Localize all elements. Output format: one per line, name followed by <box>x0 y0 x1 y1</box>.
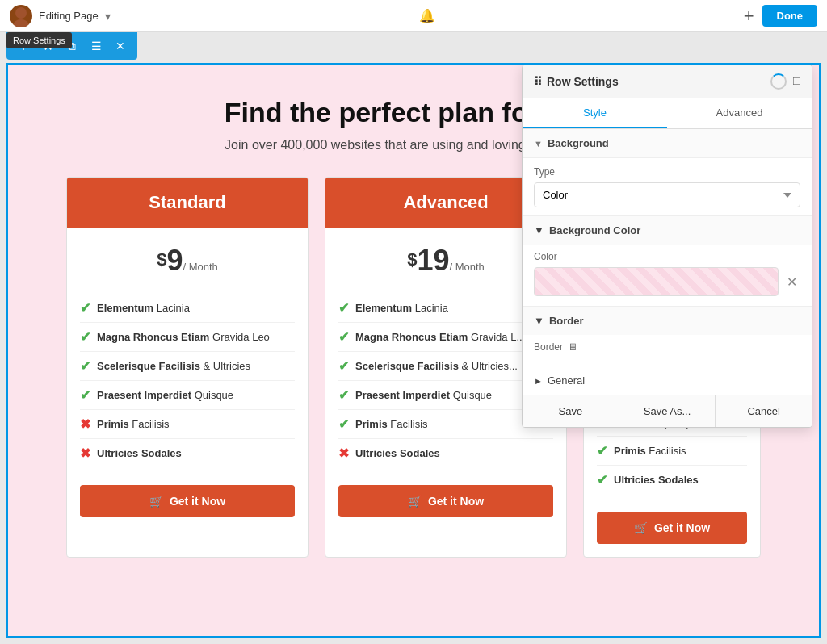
card-header-standard: Standard <box>67 178 308 228</box>
feature-text: Elementum Lacinia <box>97 302 190 314</box>
row-settings-panel: ⠿ Row Settings □ Style Advanced ▼ Backgr… <box>522 65 812 428</box>
type-field-group: Type Color Gradient Image Video <box>523 158 812 216</box>
border-field: Border 🖥 <box>523 335 812 366</box>
caret-right-icon: ► <box>534 376 543 386</box>
list-item: ✔Magna Rhoncus Etiam Gravida Leo <box>80 323 295 352</box>
list-item: ✔Primis Facilisis <box>597 437 747 466</box>
currency-advanced: $ <box>407 249 417 270</box>
get-it-now-premium[interactable]: 🛒 Get it Now <box>597 512 747 544</box>
save-as-button[interactable]: Save As... <box>619 395 716 427</box>
panel-header: ⠿ Row Settings □ <box>523 65 812 98</box>
type-select[interactable]: Color Gradient Image Video <box>534 182 800 207</box>
check-icon: ✔ <box>338 358 349 374</box>
get-it-now-advanced[interactable]: 🛒 Get it Now <box>338 485 553 517</box>
feature-text: Ultricies Sodales <box>355 447 440 459</box>
bg-color-header[interactable]: ▼ Background Color <box>523 216 812 245</box>
period-advanced: / Month <box>449 261 484 273</box>
chevron-down-icon[interactable]: ▾ <box>105 10 111 23</box>
caret-down-icon: ▼ <box>534 315 544 327</box>
color-swatch[interactable] <box>534 267 779 296</box>
get-it-now-standard[interactable]: 🛒 Get it Now <box>80 485 295 517</box>
list-item: ✖Ultricies Sodales <box>80 439 295 467</box>
check-icon: ✔ <box>597 472 607 487</box>
amount-standard: 9 <box>166 244 183 277</box>
menu-icon[interactable]: ☰ <box>86 36 107 56</box>
check-icon: ✔ <box>80 387 90 403</box>
tab-advanced[interactable]: Advanced <box>667 98 812 128</box>
type-label: Type <box>534 166 800 178</box>
feature-text: Praesent Imperdiet Quisque <box>97 389 233 401</box>
feature-text: Scelerisque Facilisis & Ultricies... <box>355 360 518 372</box>
list-item: ✔Scelerisque Facilisis & Ultricies <box>80 352 295 381</box>
list-item: ✔Elementum Lacinia <box>80 294 295 323</box>
device-icon: 🖥 <box>568 341 577 353</box>
svg-point-1 <box>13 19 29 27</box>
tab-style[interactable]: Style <box>523 98 667 128</box>
cart-icon: 🛒 <box>149 495 163 508</box>
cart-icon: 🛒 <box>408 495 422 508</box>
feature-text: Primis Facilisis <box>355 418 428 430</box>
border-label: Border 🖥 <box>534 341 800 353</box>
panel-footer: Save Save As... Cancel <box>523 395 812 427</box>
background-section-header[interactable]: ▼ Background <box>523 129 812 158</box>
card-footer-premium: 🛒 Get it Now <box>584 502 760 557</box>
top-bar-left: Editing Page ▾ <box>10 5 111 27</box>
currency-standard: $ <box>157 249 166 270</box>
editing-area: Find the perfect plan for you. Join over… <box>6 63 821 638</box>
list-item: ✖Ultricies Sodales <box>338 439 553 467</box>
feature-text: Magna Rhoncus Etiam Gravida Leo <box>97 331 270 343</box>
card-price-standard: $9/ Month <box>67 228 308 286</box>
card-footer-standard: 🛒 Get it Now <box>67 475 308 530</box>
bg-color-section: ▼ Background Color Color ✕ <box>523 216 812 307</box>
top-bar: Editing Page ▾ 🔔 + Done <box>0 0 827 32</box>
save-button[interactable]: Save <box>523 395 619 427</box>
bell-icon[interactable]: 🔔 <box>419 8 435 23</box>
panel-header-icons: □ <box>770 73 800 90</box>
feature-text: Scelerisque Facilisis & Ultricies <box>97 360 250 372</box>
cross-icon: ✖ <box>80 416 90 432</box>
amount-advanced: 19 <box>417 244 449 277</box>
check-icon: ✔ <box>338 416 349 432</box>
cancel-button[interactable]: Cancel <box>716 395 812 427</box>
border-section-header[interactable]: ▼ Border <box>523 307 812 335</box>
top-bar-right: + Done <box>744 5 817 27</box>
minimize-icon[interactable]: □ <box>793 73 800 90</box>
color-clear-button[interactable]: ✕ <box>783 271 800 293</box>
close-icon[interactable]: ✕ <box>110 36 131 56</box>
add-button[interactable]: + <box>744 7 754 25</box>
panel-title: ⠿ Row Settings <box>534 75 619 88</box>
caret-down-icon: ▼ <box>534 139 543 148</box>
drag-handle-icon[interactable]: ⠿ <box>534 75 542 88</box>
color-label: Color <box>534 251 800 262</box>
done-button[interactable]: Done <box>762 5 818 27</box>
color-field: Color ✕ <box>523 245 812 306</box>
check-icon: ✔ <box>80 329 90 345</box>
top-bar-icons: 🔔 <box>419 8 435 23</box>
pricing-card-standard: Standard $9/ Month ✔Elementum Lacinia ✔M… <box>66 177 309 558</box>
card-footer-advanced: 🛒 Get it Now <box>325 475 566 530</box>
feature-text: Magna Rhoncus Etiam Gravida L... <box>355 331 525 343</box>
feature-text: Primis Facilisis <box>97 418 170 430</box>
check-icon: ✔ <box>338 329 349 345</box>
check-icon: ✔ <box>338 300 349 316</box>
tooltip: Row Settings <box>6 32 72 48</box>
avatar <box>10 5 32 27</box>
check-icon: ✔ <box>338 387 349 403</box>
color-swatch-row: ✕ <box>534 267 800 296</box>
loading-icon <box>770 73 787 90</box>
feature-list-standard: ✔Elementum Lacinia ✔Magna Rhoncus Etiam … <box>67 286 308 475</box>
list-item: ✔Ultricies Sodales <box>597 466 747 494</box>
general-section[interactable]: ► General <box>523 366 812 395</box>
feature-text: Ultricies Sodales <box>97 447 182 459</box>
page-title: Editing Page <box>39 10 99 22</box>
check-icon: ✔ <box>597 443 607 458</box>
list-item: ✔Praesent Imperdiet Quisque <box>80 381 295 410</box>
svg-point-0 <box>15 7 27 19</box>
panel-tabs: Style Advanced <box>523 98 812 129</box>
cart-icon: 🛒 <box>634 521 648 534</box>
check-icon: ✔ <box>80 300 90 316</box>
check-icon: ✔ <box>80 358 90 374</box>
cross-icon: ✖ <box>80 445 90 461</box>
period-standard: / Month <box>183 261 217 273</box>
feature-text: Praesent Imperdiet Quisque <box>355 389 492 401</box>
